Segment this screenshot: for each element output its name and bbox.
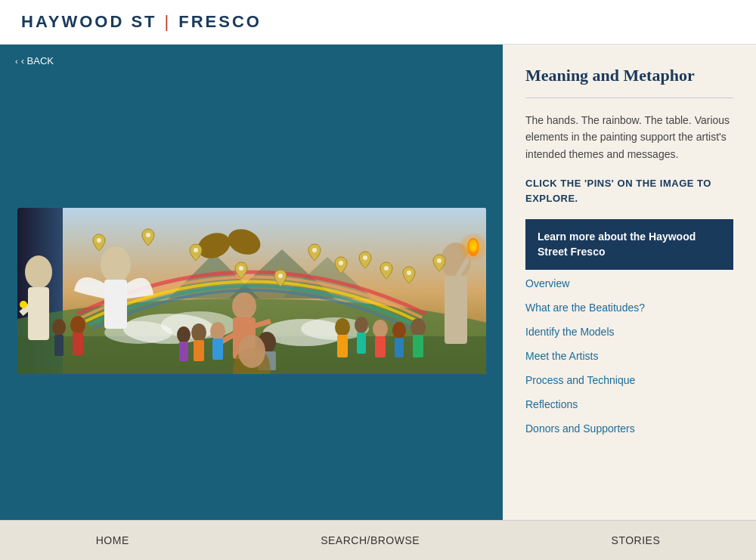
svg-point-55 bbox=[194, 248, 198, 252]
nav-item-artists[interactable]: Meet the Artists bbox=[525, 344, 733, 368]
fresco-svg bbox=[17, 208, 486, 374]
main-content: ‹ ‹ BACK bbox=[0, 45, 756, 520]
left-panel: ‹ ‹ BACK bbox=[0, 45, 503, 520]
footer: HOME SEARCH/BROWSE STORIES bbox=[0, 520, 756, 560]
svg-point-59 bbox=[339, 261, 343, 265]
svg-rect-17 bbox=[104, 280, 127, 329]
cta-text: CLICK THE 'PINS' ON THE IMAGE TO EXPLORE… bbox=[525, 176, 733, 206]
back-button[interactable]: ‹ ‹ BACK bbox=[0, 45, 503, 77]
logo-part1: HAYWOOD ST bbox=[21, 12, 157, 31]
nav-item-process[interactable]: Process and Technique bbox=[525, 368, 733, 392]
footer-search[interactable]: SEARCH/BROWSE bbox=[321, 534, 420, 546]
svg-rect-45 bbox=[375, 336, 386, 357]
svg-point-30 bbox=[70, 316, 85, 334]
svg-point-58 bbox=[312, 248, 317, 252]
svg-point-52 bbox=[238, 335, 265, 368]
svg-rect-35 bbox=[194, 340, 204, 361]
svg-rect-47 bbox=[395, 338, 404, 357]
svg-rect-13 bbox=[28, 287, 49, 340]
footer-stories[interactable]: STORIES bbox=[612, 534, 661, 546]
nav-item-models[interactable]: Identify the Models bbox=[525, 320, 733, 344]
divider bbox=[525, 97, 733, 98]
back-label: ‹ BACK bbox=[21, 55, 54, 67]
svg-point-54 bbox=[146, 233, 150, 237]
back-chevron-icon: ‹ bbox=[15, 57, 18, 66]
nav-item-beatitudes[interactable]: What are the Beatitudes? bbox=[525, 295, 733, 320]
svg-point-16 bbox=[101, 246, 131, 283]
svg-point-36 bbox=[210, 322, 225, 340]
svg-point-62 bbox=[407, 271, 411, 275]
svg-point-15 bbox=[20, 301, 27, 308]
svg-rect-31 bbox=[73, 333, 83, 355]
nav-item-overview[interactable]: Overview bbox=[525, 271, 733, 295]
svg-rect-33 bbox=[54, 335, 64, 356]
nav-list: Learn more about the Haywood Street Fres… bbox=[525, 219, 733, 441]
svg-rect-25 bbox=[445, 276, 467, 344]
header: HAYWOOD ST|FRESCO bbox=[0, 0, 756, 45]
svg-point-57 bbox=[278, 274, 283, 278]
svg-point-38 bbox=[177, 326, 191, 343]
fresco-image[interactable] bbox=[17, 208, 486, 374]
svg-point-40 bbox=[335, 318, 350, 336]
svg-point-56 bbox=[239, 266, 243, 271]
svg-rect-39 bbox=[179, 342, 188, 361]
svg-point-60 bbox=[363, 255, 367, 260]
svg-point-61 bbox=[384, 266, 389, 271]
section-title: Meaning and Metaphor bbox=[525, 66, 733, 85]
svg-point-12 bbox=[25, 255, 52, 289]
svg-rect-37 bbox=[212, 339, 223, 360]
svg-point-48 bbox=[411, 318, 426, 336]
svg-point-46 bbox=[392, 322, 406, 339]
logo-separator: | bbox=[165, 12, 172, 31]
svg-point-53 bbox=[97, 238, 101, 243]
section-description: The hands. The rainbow. The table. Vario… bbox=[525, 112, 733, 162]
svg-point-44 bbox=[373, 320, 388, 338]
svg-rect-43 bbox=[357, 333, 366, 354]
svg-point-20 bbox=[232, 292, 256, 320]
site-logo: HAYWOOD ST|FRESCO bbox=[21, 12, 262, 32]
nav-item-reflections[interactable]: Reflections bbox=[525, 392, 733, 416]
svg-rect-49 bbox=[413, 335, 423, 357]
svg-point-34 bbox=[191, 323, 206, 342]
right-panel: Meaning and Metaphor The hands. The rain… bbox=[503, 45, 756, 520]
nav-item-donors[interactable]: Donors and Supporters bbox=[525, 416, 733, 441]
fresco-container bbox=[0, 77, 503, 520]
logo-part2: FRESCO bbox=[178, 12, 262, 31]
svg-rect-41 bbox=[337, 335, 348, 357]
footer-home[interactable]: HOME bbox=[96, 534, 129, 546]
nav-item-active[interactable]: Learn more about the Haywood Street Fres… bbox=[525, 219, 733, 270]
svg-point-32 bbox=[52, 319, 66, 336]
svg-point-63 bbox=[437, 258, 442, 263]
svg-point-42 bbox=[355, 317, 368, 333]
